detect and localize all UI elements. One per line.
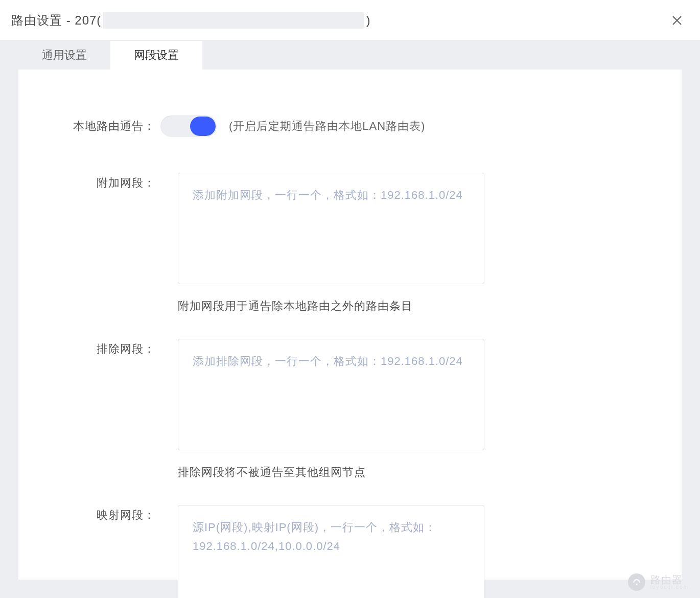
field-additional-segment: 附加网段用于通告除本地路由之外的路由条目 — [178, 173, 484, 314]
hint-local-route-advert: (开启后定期通告路由本地LAN路由表) — [229, 119, 425, 134]
label-additional-segment: 附加网段： — [59, 173, 160, 193]
tab-general-settings[interactable]: 通用设置 — [18, 41, 110, 70]
tab-strip: 通用设置 网段设置 — [0, 41, 700, 70]
dialog-title: 路由设置 - 207( ) — [11, 12, 370, 29]
label-mapping-segment: 映射网段： — [59, 505, 160, 525]
title-suffix: ) — [366, 13, 370, 28]
row-mapping-segment: 映射网段： 通过配置映射网段可以解决组网网段冲突的问题。 — [59, 505, 641, 598]
row-exclude-segment: 排除网段： 排除网段将不被通告至其他组网节点 — [59, 339, 641, 480]
watermark-sub: luyouqi.com — [650, 585, 689, 590]
router-icon — [628, 573, 645, 591]
content-panel: 本地路由通告： (开启后定期通告路由本地LAN路由表) 附加网段： 附加网段用于… — [18, 70, 682, 580]
textarea-exclude-segment[interactable] — [178, 339, 484, 450]
row-additional-segment: 附加网段： 附加网段用于通告除本地路由之外的路由条目 — [59, 173, 641, 314]
watermark-text: 路由器 luyouqi.com — [650, 574, 689, 590]
helper-exclude-segment: 排除网段将不被通告至其他组网节点 — [178, 464, 484, 480]
textarea-additional-segment[interactable] — [178, 173, 484, 284]
field-exclude-segment: 排除网段将不被通告至其他组网节点 — [178, 339, 484, 480]
field-mapping-segment: 通过配置映射网段可以解决组网网段冲突的问题。 — [178, 505, 484, 598]
watermark: 路由器 luyouqi.com — [628, 573, 689, 591]
watermark-brand: 路由器 — [650, 574, 689, 585]
title-redacted — [103, 12, 364, 29]
label-exclude-segment: 排除网段： — [59, 339, 160, 359]
close-icon[interactable] — [668, 11, 686, 30]
textarea-mapping-segment[interactable] — [178, 505, 484, 598]
tab-segment-settings[interactable]: 网段设置 — [110, 41, 202, 70]
toggle-knob — [190, 117, 216, 136]
title-prefix: 路由设置 - 207( — [11, 12, 101, 29]
row-local-route-advert: 本地路由通告： (开启后定期通告路由本地LAN路由表) — [59, 116, 641, 137]
route-settings-dialog: 路由设置 - 207( ) 通用设置 网段设置 本地路由通告： (开启后定期通告… — [0, 0, 700, 598]
dialog-header: 路由设置 - 207( ) — [0, 0, 700, 41]
label-local-route-advert: 本地路由通告： — [59, 116, 160, 136]
helper-additional-segment: 附加网段用于通告除本地路由之外的路由条目 — [178, 297, 484, 314]
toggle-local-route-advert[interactable] — [160, 116, 217, 137]
content-wrap: 本地路由通告： (开启后定期通告路由本地LAN路由表) 附加网段： 附加网段用于… — [0, 70, 700, 598]
